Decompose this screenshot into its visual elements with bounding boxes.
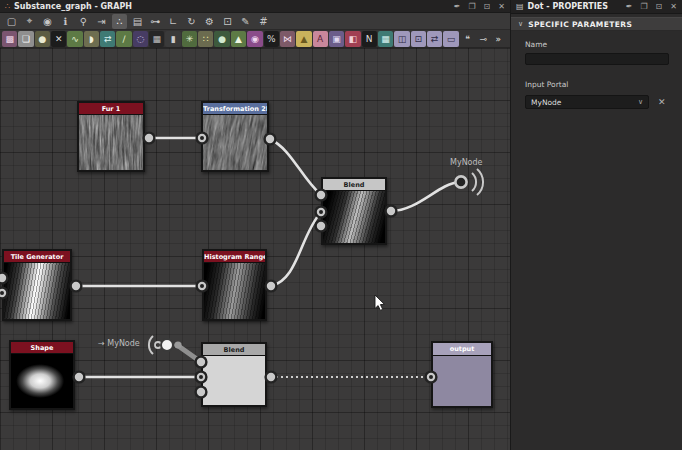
node-thumbnail (203, 356, 265, 405)
node-thumbnail (433, 356, 491, 406)
pan-view-icon[interactable]: ⌖ (22, 14, 37, 29)
properties-title: Dot - PROPERTIES (528, 2, 608, 11)
frame-all-icon[interactable]: ▢ (4, 14, 19, 29)
mouse-cursor (375, 295, 384, 310)
chevron-down-icon: ∨ (638, 98, 643, 106)
name-input[interactable] (525, 53, 669, 65)
toolbar-overflow-chevron[interactable]: » (492, 31, 508, 47)
close-icon[interactable]: ✕ (498, 0, 505, 13)
float-window-icon[interactable]: ❐ (468, 0, 475, 13)
output-portal-dot[interactable] (455, 169, 483, 195)
specific-parameters-section[interactable]: ∨ SPECIFIC PARAMETERS (511, 17, 682, 31)
node-header: output (433, 343, 491, 356)
input-portal-label[interactable]: → MyNode (98, 339, 140, 348)
external-window-icon[interactable]: ⊡ (220, 14, 235, 29)
output-portal-label[interactable]: MyNode (450, 158, 483, 167)
node-header: Tile Generator (4, 251, 70, 263)
node-fur-1[interactable]: Fur 1 (77, 101, 145, 172)
node-header: Shape (11, 342, 73, 354)
node-blend-bottom[interactable]: Blend (201, 342, 267, 407)
node-shape[interactable]: Shape (9, 340, 75, 410)
node-header: Blend (323, 179, 385, 191)
chevron-down-icon: ∨ (518, 20, 523, 28)
clear-portal-button[interactable]: ✕ (658, 97, 666, 107)
graph-toolbar-main: ▢⌖◉ℹ⚲⇥∴▤⊶∟↻⚙⊡✎# (0, 13, 510, 30)
output-connector[interactable] (144, 133, 155, 144)
node-thumbnail (11, 354, 73, 408)
clean-graph-icon[interactable]: ✎ (238, 14, 253, 29)
camera-icon[interactable]: ◉ (40, 14, 55, 29)
node-blend-top[interactable]: Blend (321, 177, 387, 245)
output-connector[interactable] (386, 206, 397, 217)
input-portal-label: Input Portal (525, 80, 682, 89)
node-histogram-range[interactable]: Histogram Range (202, 249, 267, 321)
document-icon: ▤ (516, 2, 524, 11)
graph-layout-icon[interactable]: ∴ (112, 14, 127, 29)
section-title: SPECIFIC PARAMETERS (528, 20, 632, 29)
float-window-icon[interactable]: ❐ (640, 0, 647, 13)
input-portal-dot[interactable] (149, 336, 182, 354)
node-palette-toolbar: ▩❏●✕∿◗⇄∕◌▦▮✳∷●▲◉%⋈▲A▣◧N▦◫⊡⇄▭❝⊸ » (0, 30, 510, 48)
snap-grid-icon[interactable]: # (256, 14, 271, 29)
close-icon[interactable]: ✕ (670, 0, 677, 13)
rotate-icon[interactable]: ↻ (184, 14, 199, 29)
thumbnails-display-icon[interactable]: ▤ (130, 14, 145, 29)
node-thumbnail (203, 115, 267, 170)
input-portal-dropdown[interactable]: MyNode ∨ (525, 95, 649, 109)
pin-icon[interactable]: ✒ (454, 0, 461, 13)
node-tile-generator[interactable]: Tile Generator (2, 249, 72, 321)
wire[interactable] (391, 182, 459, 211)
node-header: Histogram Range (204, 251, 265, 263)
node-thumbnail (4, 263, 70, 319)
node-transformation-2d[interactable]: Transformation 2D (201, 101, 269, 172)
pin-link-icon[interactable]: ⇥ (94, 14, 109, 29)
maximize-icon[interactable]: ⊡ (656, 0, 663, 13)
output-connector[interactable] (71, 281, 82, 292)
graph-tab-icon: ∴ (5, 0, 10, 13)
name-label: Name (525, 40, 682, 49)
graph-tab-title[interactable]: Substance_graph - GRAPH (14, 2, 132, 11)
properties-panel: ▤ Dot - PROPERTIES ✒❐⊡✕ ∨ SPECIFIC PARAM… (510, 0, 682, 450)
info-icon[interactable]: ℹ (58, 14, 73, 29)
search-icon[interactable]: ⚲ (76, 14, 91, 29)
properties-window-buttons: ✒❐⊡✕ (626, 0, 677, 13)
pin-icon[interactable]: ✒ (626, 0, 633, 13)
elbow-links-icon[interactable]: ∟ (166, 14, 181, 29)
node-header: Fur 1 (79, 103, 143, 115)
graph-window-buttons: ✒❐⊡✕ (454, 0, 505, 13)
graph-canvas[interactable]: Fur 1 Transformation 2D (0, 48, 510, 450)
links-visibility-icon[interactable]: ⊶ (148, 14, 163, 29)
input-portal-value: MyNode (531, 98, 638, 107)
substance-designer-window: ∴ Substance_graph - GRAPH ✒❐⊡✕ ▢⌖◉ℹ⚲⇥∴▤⊶… (0, 0, 682, 450)
node-output[interactable]: output (431, 341, 493, 408)
maximize-icon[interactable]: ⊡ (484, 0, 491, 13)
node-thumbnail (79, 115, 143, 170)
output-connector[interactable] (266, 372, 277, 383)
graph-panel: ∴ Substance_graph - GRAPH ✒❐⊡✕ ▢⌖◉ℹ⚲⇥∴▤⊶… (0, 0, 510, 450)
tools-icon[interactable]: ⚙ (202, 14, 217, 29)
node-header: Blend (203, 344, 265, 356)
properties-header: ▤ Dot - PROPERTIES ✒❐⊡✕ (511, 0, 682, 14)
node-thumbnail (323, 191, 385, 243)
portal-wire[interactable] (177, 345, 201, 362)
input-portal-row: MyNode ∨ ✕ (525, 95, 668, 109)
node-thumbnail (204, 263, 265, 319)
wire[interactable] (271, 212, 321, 286)
output-connector[interactable] (74, 372, 85, 383)
graph-tab-bar: ∴ Substance_graph - GRAPH ✒❐⊡✕ (0, 0, 510, 13)
wire[interactable] (270, 139, 321, 195)
node-header: Transformation 2D (203, 103, 267, 115)
output-connector[interactable] (266, 281, 277, 292)
